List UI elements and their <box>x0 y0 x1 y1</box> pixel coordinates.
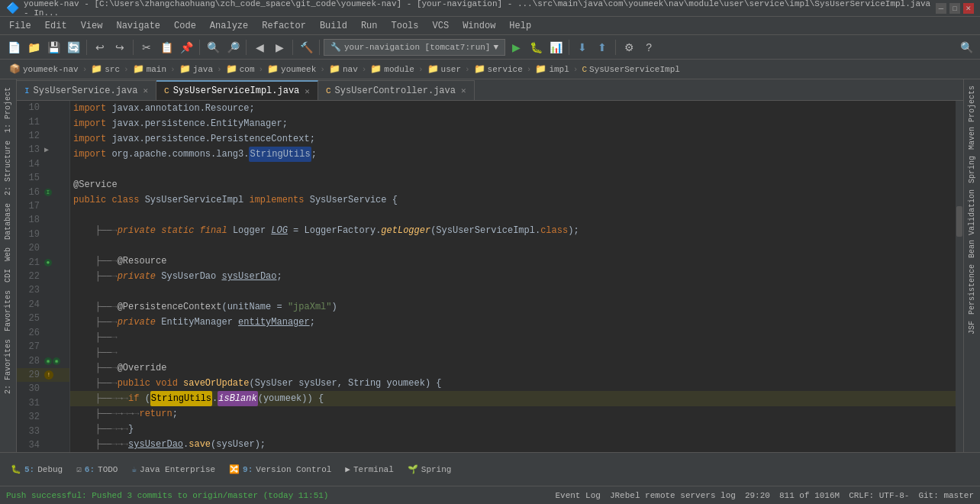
bc-youmeek[interactable]: 📁 youmeek <box>264 62 319 76</box>
window-controls[interactable]: ─ □ ✕ <box>936 3 974 14</box>
back-button[interactable]: ◀ <box>250 38 269 57</box>
code-line-13: import org.apache.commons.lang3.StringUt… <box>70 147 956 162</box>
settings-button[interactable]: ⚙ <box>620 38 638 57</box>
search-everywhere-button[interactable]: 🔍 <box>957 38 975 57</box>
gutter-row: 32 <box>17 410 69 424</box>
debug-tab[interactable]: 🐛 5: Debug <box>5 462 69 477</box>
find-button[interactable]: 🔍 <box>204 38 222 57</box>
jrebel-link[interactable]: JRebel remote servers log <box>610 491 736 500</box>
web-panel-icon[interactable]: Web <box>2 244 14 264</box>
database-panel-icon[interactable]: Database <box>2 200 14 243</box>
save-all-button[interactable]: 💾 <box>44 38 63 57</box>
menu-refactor[interactable]: Refactor <box>256 19 312 33</box>
bc-impl[interactable]: 📁 impl <box>532 62 572 76</box>
new-file-button[interactable]: 📄 <box>5 38 23 57</box>
menu-code[interactable]: Code <box>168 19 202 33</box>
gutter-row: 10 <box>17 101 69 115</box>
menu-view[interactable]: View <box>75 19 109 33</box>
menu-edit[interactable]: Edit <box>39 19 73 33</box>
debug-button[interactable]: 🐛 <box>527 38 545 57</box>
menu-navigate[interactable]: Navigate <box>110 19 166 33</box>
tab-interface-icon: I <box>24 86 30 95</box>
todo-tab[interactable]: ☑ 6: TODO <box>70 462 124 477</box>
maven-projects-panel[interactable]: Maven Projects <box>966 82 978 153</box>
toolbar-separator-7 <box>569 40 569 55</box>
tab-close-3[interactable]: ✕ <box>461 86 466 95</box>
fold-icon-13[interactable]: ▶ <box>44 145 49 154</box>
folder-icon-9: 📁 <box>427 63 439 75</box>
scroll-thumb[interactable] <box>956 206 962 237</box>
run-button[interactable]: ▶ <box>507 38 525 57</box>
build-button[interactable]: 🔨 <box>297 38 315 57</box>
sync-button[interactable]: 🔄 <box>64 38 82 57</box>
tab-sys-user-service[interactable]: I SysUserService.java ✕ <box>17 80 156 100</box>
tab-sys-user-controller[interactable]: C SysUserController.java ✕ <box>318 80 475 100</box>
favorites-panel-icon[interactable]: Favorites <box>2 287 14 334</box>
persistence-panel[interactable]: Persistence <box>966 261 978 318</box>
menu-file[interactable]: File <box>3 19 37 33</box>
cdi-panel-icon[interactable]: CDI <box>2 266 14 286</box>
run-config-selector[interactable]: 🔧 your-navigation [tomcat7:run] ▼ <box>324 39 505 56</box>
menu-window[interactable]: Window <box>456 19 501 33</box>
close-button[interactable]: ✕ <box>963 3 974 14</box>
tab-close-2[interactable]: ✕ <box>305 86 310 96</box>
java-enterprise-tab[interactable]: ☕ Java Enterprise <box>125 462 221 477</box>
bc-com[interactable]: 📁 com <box>223 62 258 76</box>
code-line-24: ├──→ private EntityManager entityManager… <box>70 315 956 330</box>
vertical-scrollbar[interactable] <box>956 101 963 452</box>
cut-button[interactable]: ✂ <box>137 38 156 57</box>
vcs-commit-button[interactable]: ⬆ <box>593 38 611 57</box>
paste-button[interactable]: 📌 <box>177 38 195 57</box>
status-bar: Push successful: Pushed 3 commits to ori… <box>0 486 980 504</box>
warning-icon-29: ! <box>44 370 53 380</box>
replace-button[interactable]: 🔎 <box>224 38 242 57</box>
bc-sysuser-impl[interactable]: C SysUserServiceImpl <box>579 63 682 76</box>
bc-youmeek-nav[interactable]: 📦 youmeek-nav <box>6 62 82 76</box>
menu-tools[interactable]: Tools <box>385 19 425 33</box>
project-panel-icon[interactable]: 1: Project <box>2 84 14 136</box>
event-log-link[interactable]: Event Log <box>555 491 600 500</box>
git-branch[interactable]: Git: master <box>918 491 974 500</box>
undo-button[interactable]: ↩ <box>91 38 109 57</box>
bc-service[interactable]: 📁 service <box>471 62 526 76</box>
spring-tab[interactable]: 🌱 Spring <box>401 462 458 477</box>
version-control-tab[interactable]: 🔀 9: Version Control <box>223 462 337 477</box>
menu-run[interactable]: Run <box>355 19 384 33</box>
bc-nav[interactable]: 📁 nav <box>326 62 361 76</box>
gutter-row: 16 I <box>17 185 69 199</box>
maximize-button[interactable]: □ <box>949 3 960 14</box>
spring-panel[interactable]: Spring <box>966 153 978 186</box>
redo-button[interactable]: ↪ <box>111 38 129 57</box>
bc-java[interactable]: 📁 java <box>176 62 216 76</box>
forward-button[interactable]: ▶ <box>270 38 289 57</box>
menu-vcs[interactable]: VCS <box>427 19 456 33</box>
folder-icon-3: 📁 <box>133 63 144 75</box>
bc-module[interactable]: 📁 module <box>367 62 417 76</box>
spring-icon: 🌱 <box>408 464 418 474</box>
encoding[interactable]: CRLF: UTF-8- <box>849 491 909 500</box>
bc-src[interactable]: 📁 src <box>88 62 123 76</box>
bc-main[interactable]: 📁 main <box>130 62 169 76</box>
bean-validation-panel[interactable]: Bean Validation <box>966 186 978 261</box>
menu-analyze[interactable]: Analyze <box>204 19 254 33</box>
jsf-panel[interactable]: JSF <box>966 318 978 338</box>
vcs-update-button[interactable]: ⬇ <box>573 38 592 57</box>
tab-sys-user-service-impl[interactable]: C SysUserServiceImpl.java ✕ <box>156 80 318 100</box>
favorites2-panel-icon[interactable]: 2: Favorites <box>2 336 14 397</box>
gutter-row: 30 <box>17 382 69 396</box>
copy-button[interactable]: 📋 <box>157 38 176 57</box>
open-button[interactable]: 📁 <box>24 38 43 57</box>
coverage-button[interactable]: 📊 <box>546 38 565 57</box>
minimize-button[interactable]: ─ <box>936 3 946 14</box>
gutter-row: 31 <box>17 396 69 410</box>
terminal-tab[interactable]: ▶ Terminal <box>339 462 399 477</box>
code-lines: import javax.annotation.Resource; import… <box>70 101 956 452</box>
help-button[interactable]: ? <box>640 38 658 57</box>
bc-user[interactable]: 📁 user <box>424 62 464 76</box>
green-icon-28: ◉ <box>44 357 52 365</box>
menu-help[interactable]: Help <box>503 19 537 33</box>
tab-close-1[interactable]: ✕ <box>143 86 148 95</box>
green-icon-28b: ◉ <box>53 357 60 365</box>
structure-panel-icon[interactable]: 2: Structure <box>2 137 14 199</box>
menu-build[interactable]: Build <box>314 19 353 33</box>
